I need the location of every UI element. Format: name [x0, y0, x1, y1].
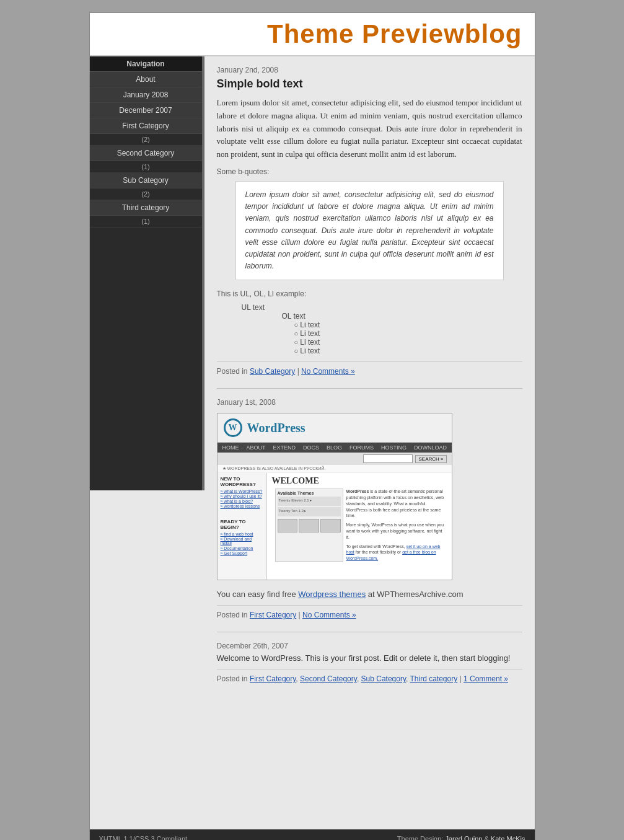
- post-1-body: Lorem ipsum dolor sit amet, consectetur …: [217, 97, 522, 161]
- sidebar-item-sub-category[interactable]: Sub Category: [90, 173, 202, 188]
- wp-sidebar-ready: READY TO BEGIN?: [221, 519, 263, 530]
- post-3-cat-4[interactable]: Third category: [410, 674, 458, 683]
- post-1-li-list: Li text Li text Li text Li text: [294, 321, 522, 355]
- post-1-blockquote: Lorem ipsum dolor sit amet, consectetur …: [235, 181, 504, 280]
- sidebar-link-first-category[interactable]: First Category: [90, 118, 202, 133]
- sidebar-link-about[interactable]: About: [90, 72, 202, 87]
- footer-designer1[interactable]: Jared Quinn: [445, 835, 482, 840]
- ul-item: UL text: [242, 303, 522, 312]
- sidebar-item-december-2007[interactable]: December 2007: [90, 103, 202, 118]
- wp-thumb-1: [278, 519, 298, 533]
- find-themes-prefix: You can easy find free: [217, 590, 296, 599]
- sidebar-link-sub-category[interactable]: Sub Category: [90, 173, 202, 188]
- sidebar-item-about[interactable]: About: [90, 72, 202, 87]
- post-2-footer-category[interactable]: First Category: [250, 611, 296, 619]
- site-title-part2: blog: [465, 19, 522, 48]
- post-1-ol: OL text Li text Li text Li text Li text: [282, 312, 522, 355]
- wp-sidebar-link-3[interactable]: » what is a blog?: [221, 499, 263, 503]
- post-1-footer-category[interactable]: Sub Category: [250, 367, 295, 376]
- footer-theme-design-label: Theme Design:: [397, 835, 444, 840]
- wp-main-inner: WELCOME Available Themes Twenty Eleven 2…: [267, 473, 452, 580]
- wp-available-notice: ★ WORDPRESS IS ALSO AVAILABLE IN РУССКИЙ…: [218, 465, 452, 473]
- wp-nav-about: ABOUT: [247, 444, 266, 451]
- wp-nav-hosting: HOSTING: [381, 444, 406, 451]
- find-themes-text: You can easy find free Wordpress themes …: [217, 590, 522, 599]
- post-2-footer-posted: Posted in: [217, 611, 248, 619]
- footer-spacing: [217, 696, 522, 820]
- site-title-part1: Theme Preview: [267, 19, 465, 48]
- post-1: January 2nd, 2008 Simple bold text Lorem…: [217, 66, 522, 376]
- find-themes-link[interactable]: Wordpress themes: [298, 590, 366, 599]
- site-title: Theme Previewblog: [96, 19, 522, 49]
- post-separator-2: [217, 632, 522, 632]
- wp-screenshot-strip: [278, 519, 341, 533]
- wp-search-input[interactable]: [363, 454, 413, 463]
- sidebar-sub-category-count: (2): [90, 188, 202, 200]
- wp-nav-blog: BLOG: [327, 444, 342, 451]
- post-3-footer-comments[interactable]: 1 Comment »: [464, 674, 508, 683]
- wp-themes-title: Available Themes: [278, 491, 341, 495]
- wp-nav-docs: DOCS: [303, 444, 319, 451]
- li-item-2: Li text: [294, 329, 522, 338]
- sidebar-link-second-category[interactable]: Second Category: [90, 146, 202, 161]
- post-separator-1: [217, 388, 522, 389]
- wp-search-bar: SEARCH »: [218, 453, 452, 465]
- footer-designer2[interactable]: Kate McKis: [491, 835, 525, 840]
- wp-logo-text: WordPress: [247, 421, 305, 435]
- post-2-date: January 1st, 2008: [217, 398, 522, 407]
- sidebar-item-second-category[interactable]: Second Category: [90, 146, 202, 161]
- wp-search-button[interactable]: SEARCH »: [415, 455, 446, 463]
- wp-sidebar-link-6[interactable]: » Download and Install: [221, 537, 263, 546]
- wp-sidebar-link-7[interactable]: » Documentation: [221, 546, 263, 550]
- li-item-4: Li text: [294, 347, 522, 355]
- post-1-list-label: This is UL, OL, LI example:: [217, 290, 522, 298]
- post-1-blockquote-text: Lorem ipsum dolor sit amet, consectetur …: [245, 190, 494, 270]
- post-3-body: Welcome to WordPress. This is your first…: [217, 653, 522, 663]
- post-1-title: Simple bold text: [217, 77, 522, 91]
- wp-body-text-2: More simply, WordPress is what you use w…: [346, 522, 447, 540]
- li-item-3: Li text: [294, 338, 522, 347]
- sidebar-item-third-category[interactable]: Third category: [90, 200, 202, 216]
- post-3-comma-2: ,: [357, 674, 361, 683]
- wp-sidebar-link-4[interactable]: » wordpress lessons: [221, 504, 263, 508]
- post-3-cat-2[interactable]: Second Category: [300, 674, 357, 683]
- footer-center: Log in: [284, 835, 302, 840]
- find-themes-suffix: at WPThemesArchive.com: [368, 590, 464, 599]
- post-3-footer: Posted in First Category, Second Categor…: [217, 669, 522, 683]
- sidebar: Navigation About January 2008 December 2…: [90, 56, 204, 490]
- wp-logo-circle: W: [224, 418, 242, 437]
- sidebar-link-third-category[interactable]: Third category: [90, 200, 202, 215]
- wp-sidebar-link-1[interactable]: » what is WordPress?: [221, 489, 263, 493]
- post-1-footer-posted: Posted in: [217, 367, 248, 376]
- site-header: Theme Previewblog: [90, 13, 535, 56]
- sidebar-item-january-2008[interactable]: January 2008: [90, 87, 202, 103]
- sidebar-item-first-category[interactable]: First Category: [90, 118, 202, 134]
- sidebar-first-category-count: (2): [90, 134, 202, 146]
- footer-xhtml: XHTML 1.1/CSS 3 Compliant: [99, 835, 190, 840]
- site-footer: XHTML 1.1/CSS 3 Compliant © Copyright 20…: [90, 829, 535, 840]
- wp-welcome-title: WELCOME: [272, 476, 447, 486]
- wp-theme-1: Twenty Eleven 2.1 ▸: [278, 497, 341, 506]
- wp-thumb-3: [320, 519, 341, 533]
- sidebar-link-january[interactable]: January 2008: [90, 87, 202, 102]
- sidebar-link-december[interactable]: December 2007: [90, 103, 202, 118]
- wp-sidebar-link-8[interactable]: » Get Support: [221, 551, 263, 555]
- post-3-cat-3[interactable]: Sub Category: [361, 674, 406, 683]
- main-content: January 2nd, 2008 Simple bold text Lorem…: [204, 56, 535, 829]
- wp-sidebar-link-5[interactable]: » find a web host: [221, 532, 263, 536]
- post-2-footer: Posted in First Category | No Comments »: [217, 605, 522, 619]
- wp-body: NEW TO WORDPRESS? » what is WordPress? »…: [218, 473, 452, 580]
- wp-sidebar-link-2[interactable]: » why should I use it?: [221, 494, 263, 498]
- wp-nav-bar: HOME ABOUT EXTEND DOCS BLOG FORUMS HOSTI…: [218, 443, 452, 453]
- post-1-footer-comments[interactable]: No Comments »: [301, 367, 355, 376]
- post-1-footer: Posted in Sub Category | No Comments »: [217, 361, 522, 376]
- wp-nav-home: HOME: [222, 444, 239, 451]
- post-3-cat-1[interactable]: First Category: [250, 674, 296, 683]
- post-3-sep: |: [460, 674, 462, 683]
- li-item-1: Li text: [294, 321, 522, 329]
- wordpress-screenshot: W WordPress HOME ABOUT EXTEND DOCS BLOG …: [217, 413, 452, 580]
- post-1-blockquote-label: Some b-quotes:: [217, 167, 522, 176]
- post-2-footer-comments[interactable]: No Comments »: [302, 611, 356, 619]
- post-3: December 26th, 2007 Welcome to WordPress…: [217, 642, 522, 683]
- wp-nav-forums: FORUMS: [349, 444, 374, 451]
